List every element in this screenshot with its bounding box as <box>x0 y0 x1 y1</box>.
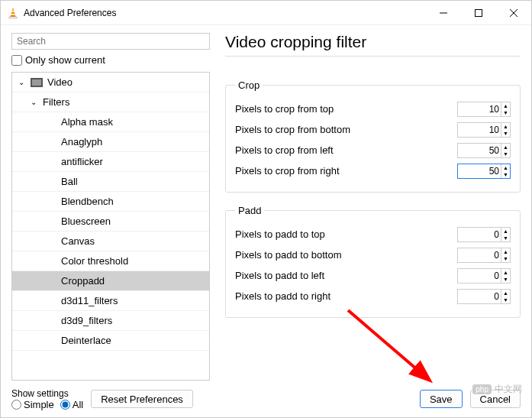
setting-label: Pixels to padd to left <box>235 270 324 281</box>
group-legend: Crop <box>235 79 263 91</box>
close-button[interactable] <box>496 1 531 24</box>
spinbox-input[interactable] <box>458 125 501 135</box>
tree-item-label: antiflicker <box>61 156 103 167</box>
main-panel: Video cropping filter CropPixels to crop… <box>225 33 521 381</box>
setting-row: Pixels to padd to top▲▼ <box>235 224 511 245</box>
setting-row: Pixels to padd to bottom▲▼ <box>235 245 511 265</box>
spinbox-down-icon[interactable]: ▼ <box>501 151 510 157</box>
setting-row: Pixels to padd to right▲▼ <box>235 286 511 306</box>
reset-preferences-button[interactable]: Reset Preferences <box>91 390 193 408</box>
tree-item-label: Canvas <box>61 235 95 247</box>
titlebar: Advanced Preferences <box>1 1 531 25</box>
spinbox-up-icon[interactable]: ▲ <box>501 144 510 151</box>
tree-item-d3d11_filters[interactable]: d3d11_filters <box>12 291 209 311</box>
only-show-current-label: Only show current <box>25 54 105 66</box>
spinbox-input[interactable] <box>458 250 501 261</box>
tree-item-canvas[interactable]: Canvas <box>12 232 209 251</box>
spinbox-down-icon[interactable]: ▼ <box>501 255 510 262</box>
setting-row: Pixels to crop from right▲▼ <box>235 160 511 181</box>
tree-item-label: d3d9_filters <box>61 315 112 326</box>
svg-marker-0 <box>10 8 16 18</box>
group-legend: Padd <box>235 205 264 216</box>
setting-label: Pixels to crop from bottom <box>235 124 350 135</box>
spinbox-down-icon[interactable]: ▼ <box>501 235 510 241</box>
spinbox-input[interactable] <box>458 291 501 302</box>
window-controls <box>426 1 531 24</box>
spinbox-input[interactable] <box>458 145 501 156</box>
spinbox-up-icon[interactable]: ▲ <box>501 228 510 235</box>
tree-item-antiflicker[interactable]: antiflicker <box>12 152 209 172</box>
maximize-button[interactable] <box>461 1 496 24</box>
spinbox-input[interactable] <box>458 271 501 281</box>
spinbox[interactable]: ▲▼ <box>457 122 511 138</box>
spinbox[interactable]: ▲▼ <box>457 289 511 304</box>
spinbox-down-icon[interactable]: ▼ <box>501 276 510 283</box>
tree-item-label: Deinterlace <box>61 335 111 346</box>
only-show-current-checkbox[interactable]: Only show current <box>11 54 210 66</box>
spinbox-input[interactable] <box>458 104 501 115</box>
spinbox-up-icon[interactable]: ▲ <box>501 164 510 171</box>
tree-item-label: Anaglyph <box>61 136 102 147</box>
chevron-down-icon: ⌄ <box>31 98 40 106</box>
spinbox-down-icon[interactable]: ▼ <box>501 296 510 303</box>
setting-label: Pixels to crop from left <box>235 144 334 156</box>
spinbox-input[interactable] <box>458 229 501 240</box>
tree-item-bluescreen[interactable]: Bluescreen <box>12 212 209 232</box>
only-show-current-input[interactable] <box>11 55 22 66</box>
spinbox[interactable]: ▲▼ <box>457 248 511 263</box>
window-title: Advanced Preferences <box>24 8 426 18</box>
preferences-tree[interactable]: ⌄Video⌄FiltersAlpha maskAnaglyphantiflic… <box>11 72 210 381</box>
tree-item-alpha-mask[interactable]: Alpha mask <box>12 112 209 132</box>
setting-label: Pixels to padd to bottom <box>235 249 341 261</box>
spinbox[interactable]: ▲▼ <box>457 227 511 242</box>
radio-simple[interactable]: Simple <box>11 399 54 410</box>
tree-item-label: Bluescreen <box>61 215 111 227</box>
tree-item-d3d9_filters[interactable]: d3d9_filters <box>12 311 209 331</box>
spinbox[interactable]: ▲▼ <box>457 102 511 117</box>
tree-item-label: Blendbench <box>61 196 114 207</box>
tree-item-label: Ball <box>61 176 78 187</box>
tree-item-filters[interactable]: ⌄Filters <box>12 92 209 112</box>
show-settings-label: Show settings <box>11 388 83 399</box>
vlc-icon <box>7 7 19 19</box>
setting-label: Pixels to padd to right <box>235 290 330 302</box>
spinbox-up-icon[interactable]: ▲ <box>501 269 510 276</box>
setting-row: Pixels to padd to left▲▼ <box>235 265 511 286</box>
search-input[interactable] <box>11 33 210 50</box>
svg-rect-3 <box>11 14 15 15</box>
spinbox-up-icon[interactable]: ▲ <box>501 290 510 296</box>
setting-label: Pixels to crop from right <box>235 165 340 177</box>
spinbox-up-icon[interactable]: ▲ <box>501 102 510 109</box>
setting-row: Pixels to crop from top▲▼ <box>235 99 511 119</box>
cancel-button[interactable]: Cancel <box>470 390 521 408</box>
spinbox[interactable]: ▲▼ <box>457 268 511 284</box>
setting-row: Pixels to crop from bottom▲▼ <box>235 119 511 140</box>
svg-rect-1 <box>9 17 17 18</box>
tree-item-blendbench[interactable]: Blendbench <box>12 192 209 212</box>
radio-all[interactable]: All <box>60 399 83 410</box>
tree-item-anaglyph[interactable]: Anaglyph <box>12 132 209 152</box>
spinbox-down-icon[interactable]: ▼ <box>501 109 510 116</box>
group-crop: CropPixels to crop from top▲▼Pixels to c… <box>225 79 521 193</box>
spinbox-down-icon[interactable]: ▼ <box>501 171 510 178</box>
spinbox-input[interactable] <box>458 166 501 177</box>
spinbox[interactable]: ▲▼ <box>457 143 511 158</box>
tree-item-label: d3d11_filters <box>61 295 118 306</box>
tree-item-label: Croppadd <box>61 275 105 287</box>
save-button[interactable]: Save <box>420 390 463 408</box>
tree-item-label: Color threshold <box>61 255 128 267</box>
tree-item-video[interactable]: ⌄Video <box>12 73 209 92</box>
tree-item-croppadd[interactable]: Croppadd <box>12 271 209 291</box>
spinbox-up-icon[interactable]: ▲ <box>501 248 510 255</box>
spinbox[interactable]: ▲▼ <box>457 164 511 179</box>
spinbox-down-icon[interactable]: ▼ <box>501 130 510 137</box>
tree-item-color-threshold[interactable]: Color threshold <box>12 251 209 271</box>
tree-item-deinterlace[interactable]: Deinterlace <box>12 331 209 351</box>
spinbox-up-icon[interactable]: ▲ <box>501 123 510 130</box>
tree-item-label: Alpha mask <box>61 116 113 128</box>
tree-item-label: Video <box>47 76 73 88</box>
minimize-button[interactable] <box>426 1 461 24</box>
tree-item-ball[interactable]: Ball <box>12 172 209 192</box>
svg-rect-2 <box>11 11 15 12</box>
setting-label: Pixels to padd to top <box>235 228 325 240</box>
